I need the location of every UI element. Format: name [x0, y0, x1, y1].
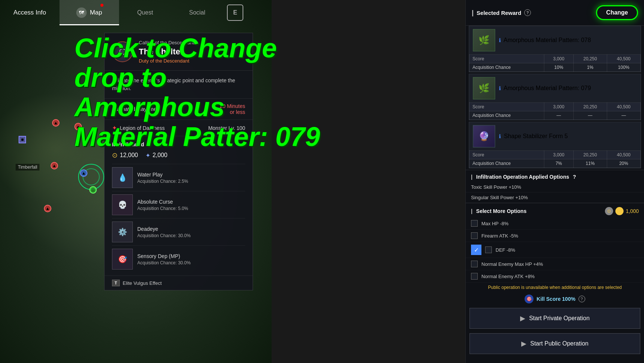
- reward-thumb-1: 🌿: [473, 29, 495, 51]
- top-nav: Access Info 🗺 Map Quest Social E: [0, 0, 272, 25]
- elite-effect: T Elite Vulgus Effect: [105, 276, 253, 290]
- reward-item-name-4: Sensory Dep (MP): [137, 253, 190, 259]
- score-table-2: Score 3,000 20,250 40,500 Acquisition Ch…: [469, 102, 641, 120]
- checkbox-def[interactable]: [485, 246, 492, 253]
- acq-1-20250: 1%: [573, 63, 607, 72]
- kill-score-row: 🎯 Kill Score 100% ?: [466, 292, 644, 306]
- score-th-label: Score: [470, 55, 544, 63]
- checkbox-enemy-max-hp[interactable]: [471, 261, 478, 267]
- reward-item-1: 💧 Water Play Acquisition Chance: 2.5%: [112, 164, 245, 191]
- reward-card-header-2: 🌿 ℹ Amorphous Material Pattern: 079: [469, 74, 641, 102]
- score-table-3: Score 3,000 20,250 40,500 Acquisition Ch…: [469, 150, 641, 168]
- reward-item-img-1: 💧: [112, 167, 133, 188]
- score-th-label-3: Score: [470, 151, 544, 159]
- acq-1-3000: 10%: [544, 63, 573, 72]
- acq-2-20250: —: [573, 111, 607, 120]
- acq-1-40500: 100%: [607, 63, 640, 72]
- reward-card-label-3: Shape Stabilizer Form 5: [504, 133, 568, 139]
- option-enemy-atk-label: Normal Enemy ATK +8%: [481, 274, 535, 279]
- option-firearm-atk-label: Firearm ATK -5%: [481, 233, 518, 239]
- acq-2-3000: —: [544, 111, 573, 120]
- mission-title-block: Calling of the Descendant The Shelter Du…: [139, 40, 194, 64]
- e-key-button[interactable]: E: [227, 4, 243, 21]
- mission-category: Calling of the Descendant: [139, 40, 194, 45]
- reward-card-2: 🌿 ℹ Amorphous Material Pattern: 079 Scor…: [469, 74, 641, 120]
- t-badge: T: [112, 280, 120, 286]
- checkbox-enemy-atk[interactable]: [471, 273, 478, 280]
- social-label: Social: [189, 9, 205, 16]
- score-th-20250: 20,250: [573, 55, 607, 63]
- nav-access-info[interactable]: Access Info: [0, 0, 60, 25]
- reward-item-chance-3: Acquisition Chance: 30.0%: [137, 233, 190, 238]
- select-more-title: | Select More Options: [471, 208, 526, 214]
- select-more-label: Select More Options: [476, 208, 526, 214]
- option-max-hp-label: Max HP -8%: [481, 221, 509, 226]
- score-th-40500-2: 40,500: [607, 103, 640, 111]
- reward-item-chance-4: Acquisition Chance: 30.0%: [137, 260, 190, 265]
- enemy-name-label: Legion of Darkness: [120, 125, 165, 131]
- start-public-btn[interactable]: ▶ Start Public Operation: [470, 333, 640, 354]
- quest-label: Quest: [137, 9, 153, 16]
- reward-currencies: ⊙ 12,000 ✦ 2,000: [112, 151, 245, 159]
- playtime-value: 20 Minutesor less: [220, 103, 245, 115]
- map-icon: 🗺: [76, 7, 87, 18]
- checkbox-def-big[interactable]: ✓: [471, 245, 481, 255]
- gold-reward: ⊙ 12,000: [112, 151, 138, 159]
- acq-label-1: Acquisition Chance: [470, 63, 544, 72]
- info-icon-1: ℹ: [499, 37, 501, 43]
- nav-social-tab[interactable]: Social: [171, 0, 223, 25]
- cost-icon: ⊙: [605, 207, 613, 215]
- reward-card-name-1: ℹ Amorphous Material Pattern: 078: [499, 37, 591, 44]
- option-enemy-max-hp-label: Normal Enemy Max HP +4%: [481, 261, 543, 267]
- map-label: Map: [90, 9, 102, 16]
- change-button[interactable]: Change: [596, 5, 638, 20]
- timberfall-label: Timberfall: [16, 164, 39, 171]
- enemy-icon: ✦: [112, 124, 117, 131]
- main-reward-section: Main Reward ⊙ 12,000 ✦ 2,000 💧 Water Pla…: [105, 136, 253, 276]
- kill-score-icon: 🎯: [525, 294, 534, 303]
- option-max-hp[interactable]: Max HP -8%: [466, 217, 644, 230]
- help-icon-reward[interactable]: ?: [524, 9, 531, 16]
- option-firearm-atk[interactable]: Firearm ATK -5%: [466, 230, 644, 242]
- cost-amount: 1,000: [626, 208, 639, 214]
- elite-effect-name: Elite Vulgus Effect: [123, 280, 162, 286]
- select-more-header: | Select More Options ⊙ ● 1,000: [466, 203, 644, 217]
- help-icon-kill[interactable]: ?: [579, 296, 585, 302]
- infiltration-option-1: Toxic Skill Power +10%: [466, 182, 644, 192]
- acq-3-20250: 11%: [573, 159, 607, 168]
- reward-card-name-2: ℹ Amorphous Material Pattern: 079: [499, 85, 591, 92]
- option-enemy-atk[interactable]: Normal Enemy ATK +8%: [466, 270, 644, 283]
- reward-item-name-2: Absolute Curse: [137, 199, 188, 205]
- bar-accent-2: |: [471, 174, 472, 180]
- gold-icon: ⊙: [112, 151, 118, 159]
- e-key-label: E: [233, 9, 237, 16]
- acq-label-2: Acquisition Chance: [470, 111, 544, 120]
- gold-coin-icon: ●: [615, 207, 624, 215]
- kill-score-text: Kill Score 100%: [536, 296, 575, 302]
- reward-item-chance-1: Acquisition Chance: 2.5%: [137, 179, 188, 184]
- acq-3-3000: 7%: [544, 159, 573, 168]
- reward-card-3: 🔮 ℹ Shape Stabilizer Form 5 Score 3,000 …: [469, 122, 641, 168]
- main-reward-title: Main Reward: [112, 141, 245, 147]
- reward-item-4: 🎯 Sensory Dep (MP) Acquisition Chance: 3…: [112, 245, 245, 273]
- cost-badge: ⊙ ● 1,000: [605, 207, 639, 215]
- option-enemy-max-hp[interactable]: Normal Enemy Max HP +4%: [466, 258, 644, 270]
- xp-reward: ✦ 2,000: [145, 151, 167, 159]
- enemy-level: Monster Lv. 100: [208, 125, 245, 131]
- map-marker-enemy3: ▲: [44, 205, 51, 212]
- reward-item-name-3: Deadeye: [137, 226, 190, 232]
- checkbox-firearm-atk[interactable]: [471, 232, 478, 239]
- map-marker-square: ■: [19, 136, 26, 143]
- right-panel: | Selected Reward ? Change 🌿 ℹ Amorphous…: [465, 0, 644, 363]
- nav-quest-tab[interactable]: Quest: [119, 0, 171, 25]
- reward-item-2: 💀 Absolute Curse Acquisition Chance: 5.0…: [112, 191, 245, 218]
- map-marker-enemy: ▲: [52, 119, 60, 127]
- reward-card-label-2: Amorphous Material Pattern: 079: [504, 85, 591, 91]
- option-def[interactable]: ✓ DEF -8%: [466, 242, 644, 258]
- start-private-btn[interactable]: ▶ Start Private Operation: [470, 308, 640, 329]
- reward-card-name-3: ℹ Shape Stabilizer Form 5: [499, 133, 568, 140]
- checkbox-max-hp[interactable]: [471, 220, 478, 227]
- nav-map-tab[interactable]: 🗺 Map: [60, 0, 119, 25]
- infiltration-title: Infiltration Operation Applied Options: [476, 174, 569, 180]
- score-th-20250-2: 20,250: [573, 103, 607, 111]
